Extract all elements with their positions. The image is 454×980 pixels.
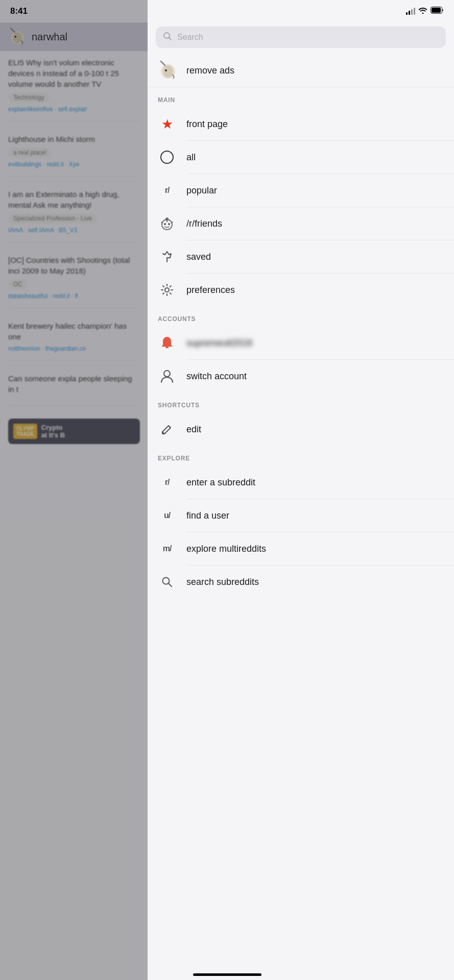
pin-icon bbox=[158, 248, 176, 266]
svg-point-14 bbox=[168, 223, 170, 225]
wifi-icon bbox=[418, 7, 427, 16]
menu-item-saved[interactable]: saved bbox=[148, 240, 454, 273]
home-indicator bbox=[193, 973, 261, 976]
menu-item-explore-multireddits[interactable]: m/ explore multireddits bbox=[148, 532, 454, 565]
svg-line-9 bbox=[161, 61, 165, 65]
menu-item-edit[interactable]: edit bbox=[148, 413, 454, 446]
menu-item-preferences[interactable]: preferences bbox=[148, 274, 454, 306]
frontpage-label: front page bbox=[186, 119, 228, 130]
svg-point-8 bbox=[163, 65, 173, 78]
menu-item-friends[interactable]: /r/friends bbox=[148, 207, 454, 240]
menu-item-find-user[interactable]: u/ find a user bbox=[148, 499, 454, 532]
svg-point-10 bbox=[165, 69, 167, 71]
popular-label: popular bbox=[186, 185, 217, 196]
switch-account-label: switch account bbox=[186, 371, 247, 382]
account-item[interactable]: supremeult2018 bbox=[148, 327, 454, 359]
gear-icon bbox=[158, 281, 176, 299]
star-icon: ★ bbox=[158, 115, 176, 133]
search-bar[interactable]: Search bbox=[156, 27, 446, 48]
pencil-icon bbox=[158, 420, 176, 438]
svg-rect-5 bbox=[432, 8, 441, 13]
status-icons bbox=[406, 7, 444, 16]
circle-icon bbox=[158, 148, 176, 166]
navigation-drawer: Search remove ads MAIN ★ front page all bbox=[148, 0, 454, 980]
section-header-shortcuts: SHORTCUTS bbox=[148, 393, 454, 413]
all-label: all bbox=[186, 152, 196, 163]
svg-rect-21 bbox=[165, 347, 169, 348]
reddit-alien-icon bbox=[158, 214, 176, 233]
search-subreddits-icon bbox=[158, 573, 176, 591]
account-username: supremeult2018 bbox=[186, 338, 252, 349]
person-icon bbox=[158, 367, 176, 385]
battery-icon bbox=[431, 7, 444, 16]
narwhal-icon bbox=[158, 60, 178, 81]
friends-label: /r/friends bbox=[186, 218, 222, 229]
rslash-icon: r/ bbox=[158, 181, 176, 200]
menu-item-frontpage[interactable]: ★ front page bbox=[148, 108, 454, 140]
search-placeholder: Search bbox=[177, 33, 203, 42]
status-bar-right bbox=[148, 0, 454, 22]
rslash-subreddit-icon: r/ bbox=[158, 473, 176, 492]
search-icon bbox=[163, 32, 172, 43]
menu-item-enter-subreddit[interactable]: r/ enter a subreddit bbox=[148, 466, 454, 499]
section-header-accounts: ACCOUNTS bbox=[148, 306, 454, 327]
notification-bell-icon bbox=[158, 334, 176, 352]
enter-subreddit-label: enter a subreddit bbox=[186, 477, 255, 488]
signal-icon bbox=[406, 8, 415, 15]
menu-item-search-subreddits[interactable]: search subreddits bbox=[148, 566, 454, 598]
saved-label: saved bbox=[186, 252, 211, 262]
svg-point-20 bbox=[165, 288, 169, 292]
uslash-icon: u/ bbox=[158, 506, 176, 525]
mslash-icon: m/ bbox=[158, 540, 176, 558]
svg-point-13 bbox=[164, 223, 166, 225]
menu-item-all[interactable]: all bbox=[148, 141, 454, 174]
remove-ads-item[interactable]: remove ads bbox=[148, 54, 454, 87]
preferences-label: preferences bbox=[186, 285, 235, 296]
svg-point-22 bbox=[164, 371, 170, 377]
svg-point-15 bbox=[165, 217, 169, 220]
switch-account-item[interactable]: switch account bbox=[148, 360, 454, 393]
menu-item-popular[interactable]: r/ popular bbox=[148, 174, 454, 207]
find-user-label: find a user bbox=[186, 510, 229, 521]
remove-ads-label: remove ads bbox=[186, 65, 234, 76]
edit-label: edit bbox=[186, 424, 201, 435]
section-header-explore: EXPLORE bbox=[148, 446, 454, 466]
search-subreddits-label: search subreddits bbox=[186, 577, 259, 587]
section-header-main: MAIN bbox=[148, 87, 454, 108]
search-container: Search bbox=[148, 22, 454, 54]
explore-multireddits-label: explore multireddits bbox=[186, 544, 266, 554]
